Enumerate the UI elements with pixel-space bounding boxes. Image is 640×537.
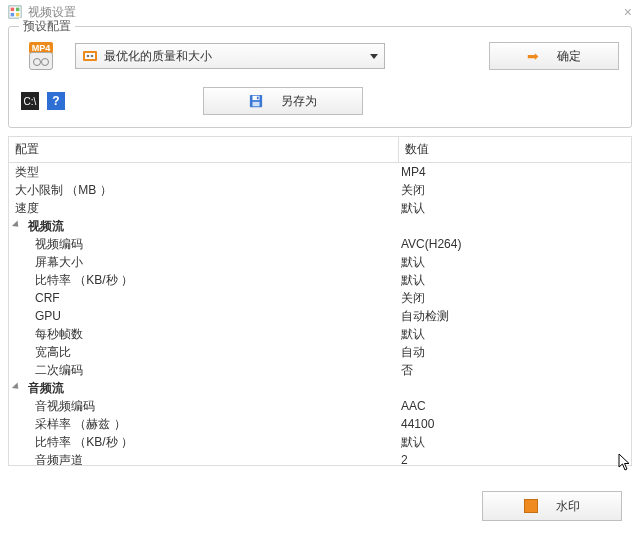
grid-cell-value[interactable]: 关闭: [399, 289, 631, 307]
preset-panel: 预设配置 MP4 最优化的质量和大小 ➡ 确定 C:\ ? 另存为: [8, 26, 632, 128]
grid-cell-value[interactable]: 否: [399, 361, 631, 379]
grid-cell-value[interactable]: AVC(H264): [399, 235, 631, 253]
grid-cell-value-text: 关闭: [401, 291, 425, 305]
grid-row[interactable]: 音视频编码AAC: [9, 397, 631, 415]
titlebar: 视频设置 ×: [0, 0, 640, 24]
grid-cell-name: 采样率 （赫兹 ）: [9, 415, 399, 433]
grid-cell-name-text: 速度: [15, 199, 39, 217]
grid-cell-value-text: 关闭: [401, 183, 425, 197]
grid-cell-name-text: CRF: [35, 289, 60, 307]
grid-row[interactable]: 屏幕大小默认: [9, 253, 631, 271]
grid-cell-name-text: 类型: [15, 163, 39, 181]
grid-cell-value[interactable]: 2: [399, 451, 631, 465]
grid-cell-value[interactable]: 自动检测: [399, 307, 631, 325]
grid-cell-name: 比特率 （KB/秒 ）: [9, 271, 399, 289]
grid-cell-name-text: 音视频编码: [35, 397, 95, 415]
grid-cell-name: 音视频编码: [9, 397, 399, 415]
grid-cell-value[interactable]: 默认: [399, 433, 631, 451]
grid-cell-value[interactable]: 默认: [399, 199, 631, 217]
grid-cell-name-text: 视频流: [28, 217, 64, 235]
grid-cell-name-text: 视频编码: [35, 235, 83, 253]
grid-cell-name: 类型: [9, 163, 399, 181]
grid-cell-value-text: 自动: [401, 345, 425, 359]
grid-cell-name: 音频声道: [9, 451, 399, 465]
grid-cell-value-text: AVC(H264): [401, 237, 461, 251]
grid-row[interactable]: 类型MP4: [9, 163, 631, 181]
grid-row[interactable]: 音频流: [9, 379, 631, 397]
grid-row[interactable]: 宽高比自动: [9, 343, 631, 361]
save-as-button[interactable]: 另存为: [203, 87, 363, 115]
grid-cell-value-text: 2: [401, 453, 408, 465]
close-icon[interactable]: ×: [624, 4, 632, 20]
grid-cell-value-text: 否: [401, 363, 413, 377]
grid-row[interactable]: 每秒帧数默认: [9, 325, 631, 343]
grid-cell-name: 大小限制 （MB ）: [9, 181, 399, 199]
preset-row-2: C:\ ? 另存为: [21, 87, 619, 115]
grid-cell-value[interactable]: 44100: [399, 415, 631, 433]
grid-row[interactable]: 速度默认: [9, 199, 631, 217]
grid-row[interactable]: 视频流: [9, 217, 631, 235]
watermark-button[interactable]: 水印: [482, 491, 622, 521]
grid-row[interactable]: 采样率 （赫兹 ）44100: [9, 415, 631, 433]
save-icon: [249, 94, 263, 108]
grid-cell-name-text: 采样率 （赫兹 ）: [35, 415, 126, 433]
preset-legend: 预设配置: [19, 18, 75, 35]
grid-row[interactable]: 比特率 （KB/秒 ）默认: [9, 433, 631, 451]
grid-cell-value[interactable]: 默认: [399, 271, 631, 289]
grid-header: 配置 数值: [9, 137, 631, 163]
grid-row[interactable]: 二次编码否: [9, 361, 631, 379]
grid-cell-name-text: GPU: [35, 307, 61, 325]
collapse-icon[interactable]: [13, 383, 23, 393]
preset-select-icon: [82, 48, 98, 64]
grid-cell-name: 音频流: [9, 379, 399, 397]
preset-select[interactable]: 最优化的质量和大小: [75, 43, 385, 69]
ok-button-label: 确定: [557, 48, 581, 65]
grid-row[interactable]: 比特率 （KB/秒 ）默认: [9, 271, 631, 289]
save-as-label: 另存为: [281, 93, 317, 110]
arrow-right-icon: ➡: [527, 48, 539, 64]
grid-cell-value[interactable]: AAC: [399, 397, 631, 415]
watermark-label: 水印: [556, 498, 580, 515]
grid-cell-name-text: 大小限制 （MB ）: [15, 181, 112, 199]
grid-cell-name: 视频编码: [9, 235, 399, 253]
svg-point-7: [87, 55, 90, 58]
svg-rect-12: [257, 97, 259, 100]
grid-cell-value-text: 44100: [401, 417, 434, 431]
svg-rect-1: [11, 8, 15, 12]
svg-rect-2: [16, 8, 20, 12]
console-icon[interactable]: C:\: [21, 92, 39, 110]
grid-cell-name: 速度: [9, 199, 399, 217]
grid-cell-value-text: AAC: [401, 399, 426, 413]
grid-cell-value[interactable]: 默认: [399, 253, 631, 271]
grid-header-name[interactable]: 配置: [9, 137, 399, 162]
grid-cell-name: CRF: [9, 289, 399, 307]
grid-row[interactable]: 大小限制 （MB ）关闭: [9, 181, 631, 199]
collapse-icon[interactable]: [13, 221, 23, 231]
grid-body[interactable]: 类型MP4大小限制 （MB ）关闭速度默认视频流视频编码AVC(H264)屏幕大…: [9, 163, 631, 465]
grid-cell-name-text: 音频流: [28, 379, 64, 397]
grid-row[interactable]: CRF关闭: [9, 289, 631, 307]
format-icon: MP4: [21, 37, 61, 75]
svg-rect-6: [85, 53, 95, 59]
grid-cell-value[interactable]: 默认: [399, 325, 631, 343]
svg-rect-4: [16, 13, 20, 17]
grid-row[interactable]: 音频声道2: [9, 451, 631, 465]
grid-cell-value-text: 自动检测: [401, 309, 449, 323]
svg-rect-11: [253, 102, 260, 106]
property-grid: 配置 数值 类型MP4大小限制 （MB ）关闭速度默认视频流视频编码AVC(H2…: [8, 136, 632, 466]
grid-row[interactable]: 视频编码AVC(H264): [9, 235, 631, 253]
help-icon[interactable]: ?: [47, 92, 65, 110]
grid-cell-name: 宽高比: [9, 343, 399, 361]
grid-cell-name: GPU: [9, 307, 399, 325]
grid-cell-value[interactable]: MP4: [399, 163, 631, 181]
svg-rect-3: [11, 13, 15, 17]
ok-button[interactable]: ➡ 确定: [489, 42, 619, 70]
grid-header-value[interactable]: 数值: [399, 137, 631, 162]
grid-cell-name-text: 比特率 （KB/秒 ）: [35, 433, 133, 451]
grid-cell-value[interactable]: 自动: [399, 343, 631, 361]
grid-row[interactable]: GPU自动检测: [9, 307, 631, 325]
grid-cell-value-text: 默认: [401, 255, 425, 269]
app-icon: [8, 5, 22, 19]
grid-cell-value[interactable]: 关闭: [399, 181, 631, 199]
grid-cell-value-text: 默认: [401, 435, 425, 449]
